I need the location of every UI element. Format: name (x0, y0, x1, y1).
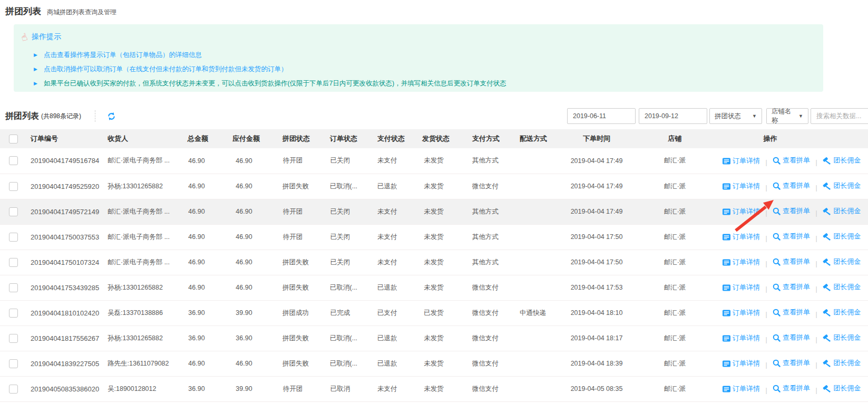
group-status: 拼团失败 (282, 325, 329, 351)
shop-name: 邮汇·派 (654, 351, 722, 376)
view-group-order-link[interactable]: 查看拼单 (773, 358, 810, 368)
view-group-order-link[interactable]: 查看拼单 (773, 257, 810, 266)
row-checkbox[interactable] (9, 156, 18, 165)
column-header-8: 发货状态 (422, 129, 472, 148)
shop-name: 邮汇·派 (654, 325, 722, 351)
action-separator: | (816, 336, 817, 343)
row-checkbox[interactable] (9, 334, 18, 343)
bullet-arrow-icon: ▶ (34, 81, 37, 86)
action-separator: | (816, 159, 817, 166)
leader-commission-link[interactable]: 团长佣金 (823, 308, 861, 317)
view-group-order-link[interactable]: 查看拼单 (773, 333, 810, 342)
table-row: 201904041839227505 路先生:13611079082 46.90… (0, 351, 868, 376)
leader-commission-link[interactable]: 团长佣金 (823, 232, 861, 241)
group-status: 拼团失败 (282, 351, 329, 376)
row-checkbox[interactable] (9, 207, 18, 216)
pay-method: 微信支付 (472, 300, 519, 325)
form-icon (723, 335, 730, 342)
action-separator: | (816, 260, 817, 267)
orders-table: 订单编号收货人总金额应付金额拼团状态订单状态支付状态发货状态支付方式配送方式下单… (0, 129, 868, 402)
order-time: 2019-04-04 18:17 (567, 325, 654, 351)
order-detail-link[interactable]: 订单详情 (723, 181, 760, 191)
search-icon (773, 157, 781, 165)
order-detail-link[interactable]: 订单详情 (723, 257, 760, 267)
form-icon (723, 234, 730, 241)
view-group-order-link[interactable]: 查看拼单 (773, 232, 810, 241)
payable-amount: 46.90 (232, 275, 282, 300)
view-group-order-link[interactable]: 查看拼单 (773, 384, 810, 393)
row-checkbox[interactable] (9, 258, 18, 267)
group-status: 拼团失败 (282, 174, 329, 199)
chevron-down-icon: ▼ (798, 113, 803, 119)
view-group-order-link[interactable]: 查看拼单 (773, 181, 810, 190)
receiver: 邮汇·派电子商务部 ... (105, 224, 187, 250)
tips-panel: ☝ 操作提示 ▶ 点击查看操作将显示订单（包括订单物品）的详细信息 ▶ 点击取消… (14, 24, 823, 92)
view-group-order-link[interactable]: 查看拼单 (773, 282, 810, 292)
shop-name: 邮汇·派 (654, 376, 722, 401)
column-header-5: 拼团状态 (282, 129, 329, 148)
payable-amount: 46.90 (232, 351, 282, 376)
order-status: 已取消(... (329, 325, 377, 351)
order-time: 2019-04-04 17:49 (567, 174, 654, 199)
order-detail-link[interactable]: 订单详情 (723, 384, 760, 394)
order-detail-link[interactable]: 订单详情 (723, 359, 760, 368)
leader-commission-link[interactable]: 团长佣金 (823, 206, 861, 216)
order-status: 已关闭 (329, 199, 377, 224)
order-detail-link[interactable]: 订单详情 (723, 232, 760, 242)
order-detail-link[interactable]: 订单详情 (723, 156, 760, 166)
order-detail-link[interactable]: 订单详情 (723, 308, 760, 318)
gavel-icon (823, 157, 831, 165)
ship-status: 未发货 (422, 351, 472, 376)
leader-commission-link[interactable]: 团长佣金 (823, 181, 861, 190)
group-status: 待开团 (282, 148, 329, 174)
shop-name: 邮汇·派 (654, 300, 722, 325)
action-separator: | (765, 311, 767, 318)
order-number: 201904041750037553 (26, 224, 105, 250)
leader-commission-link[interactable]: 团长佣金 (823, 358, 861, 368)
action-separator: | (765, 260, 767, 267)
table-row: 201904041749572149 邮汇·派电子商务部 ... 46.90 4… (0, 199, 868, 224)
view-group-order-link[interactable]: 查看拼单 (773, 206, 810, 216)
receiver: 孙杨:13301265882 (105, 275, 187, 300)
view-group-order-link[interactable]: 查看拼单 (773, 156, 810, 165)
row-checkbox[interactable] (9, 385, 18, 394)
row-checkbox[interactable] (9, 359, 18, 368)
tip-item: ▶ 如果平台已确认收到买家的付款，但系统支付状态并未变更，可以点击收到货款操作(… (14, 76, 823, 91)
view-group-order-link[interactable]: 查看拼单 (773, 308, 810, 317)
row-checkbox[interactable] (9, 182, 18, 191)
leader-commission-link[interactable]: 团长佣金 (823, 384, 861, 393)
group-status: 拼团失败 (282, 275, 329, 300)
refresh-button[interactable] (107, 112, 116, 121)
date-to-input[interactable] (639, 108, 707, 124)
ship-status: 未发货 (422, 325, 472, 351)
group-status-select[interactable]: 拼团状态 ▼ (709, 108, 762, 124)
pay-method: 微信支付 (472, 376, 519, 401)
search-input[interactable] (811, 108, 868, 124)
pay-status: 未支付 (377, 148, 422, 174)
leader-commission-link[interactable]: 团长佣金 (823, 156, 861, 165)
total-amount: 46.90 (187, 148, 232, 174)
order-detail-link[interactable]: 订单详情 (723, 283, 760, 292)
action-separator: | (816, 361, 817, 369)
leader-commission-link[interactable]: 团长佣金 (823, 282, 861, 292)
leader-commission-link[interactable]: 团长佣金 (823, 333, 861, 342)
total-amount: 36.90 (187, 300, 232, 325)
page-title: 拼团列表 (5, 5, 41, 17)
row-checkbox[interactable] (9, 283, 18, 292)
tips-list: ▶ 点击查看操作将显示订单（包括订单物品）的详细信息 ▶ 点击取消操作可以取消订… (14, 48, 823, 91)
payable-amount: 46.90 (232, 174, 282, 199)
row-checkbox[interactable] (9, 309, 18, 318)
pay-status: 已退款 (377, 325, 422, 351)
delivery-method (519, 148, 567, 174)
order-detail-link[interactable]: 订单详情 (723, 207, 760, 216)
date-from-input[interactable] (567, 108, 636, 124)
chevron-down-icon: ▼ (752, 113, 757, 119)
gavel-icon (823, 385, 831, 392)
select-all-checkbox[interactable] (9, 135, 18, 143)
row-checkbox[interactable] (9, 233, 18, 242)
order-detail-link[interactable]: 订单详情 (723, 333, 760, 343)
leader-commission-link[interactable]: 团长佣金 (823, 257, 861, 266)
shop-name-select[interactable]: 店铺名称 ▼ (766, 108, 808, 124)
delivery-method (519, 351, 567, 376)
table-row: 201904041753439285 孙杨:13301265882 46.90 … (0, 275, 868, 300)
